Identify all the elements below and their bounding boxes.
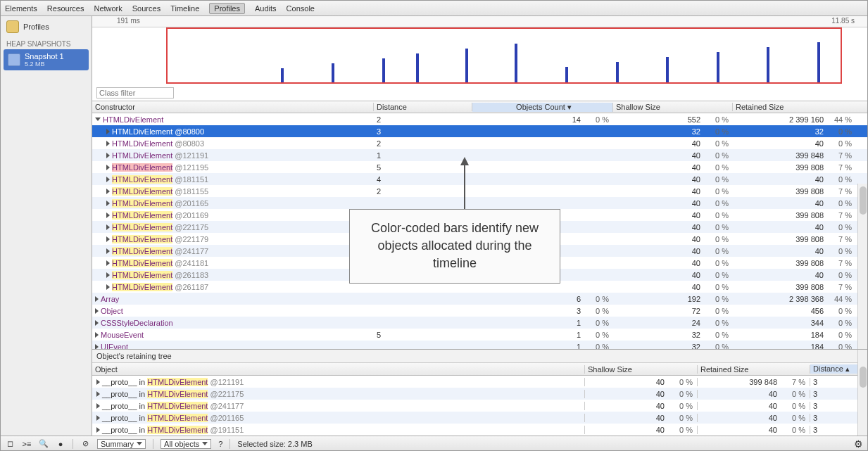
allocation-bar[interactable] (616, 62, 619, 82)
expand-icon[interactable] (106, 224, 110, 230)
tab-console[interactable]: Console (287, 4, 315, 13)
expand-icon[interactable] (106, 165, 110, 170)
allocation-bar[interactable] (465, 49, 468, 82)
snapshot-item[interactable]: Snapshot 1 5.2 MB (4, 49, 89, 70)
expand-icon[interactable] (106, 129, 110, 134)
tab-sources[interactable]: Sources (132, 4, 161, 13)
tab-timeline[interactable]: Timeline (170, 4, 199, 13)
tab-elements[interactable]: Elements (5, 4, 37, 13)
retain-name: HTMLDivElement (147, 414, 208, 422)
retain-row[interactable]: __proto__ in HTMLDivElement @191151400 %… (92, 424, 867, 436)
grid-header[interactable]: Constructor Distance Objects Count ▾ Sha… (92, 101, 867, 113)
object-row[interactable]: Array 60 %1920 %2 398 36844 % (92, 293, 867, 305)
retain-scrollbar[interactable] (857, 350, 867, 436)
object-row[interactable]: CSSStyleDeclaration 10 %240 %3440 % (92, 317, 867, 329)
cell-shallow: 552 (613, 115, 705, 124)
dock-icon[interactable]: ◻ (5, 439, 15, 449)
cell-retained: 40 (733, 271, 828, 279)
expand-icon[interactable] (106, 272, 110, 278)
retain-row[interactable]: __proto__ in HTMLDivElement @241177400 %… (92, 400, 867, 412)
object-row[interactable]: HTMLDivElement @201165400 %400 % (92, 197, 867, 209)
tab-audits[interactable]: Audits (255, 4, 277, 13)
col-header-retained[interactable]: Retained Size (733, 103, 867, 111)
col-header-constructor[interactable]: Constructor (92, 103, 374, 111)
allocation-bar[interactable] (565, 67, 568, 82)
expand-icon[interactable] (106, 236, 110, 242)
allocation-bar[interactable] (382, 58, 385, 82)
retain-header[interactable]: Object Shallow Size Retained Size Distan… (92, 363, 867, 376)
expand-icon[interactable] (96, 391, 100, 397)
expand-icon[interactable] (106, 189, 110, 194)
expand-icon[interactable] (106, 260, 110, 266)
console-icon[interactable]: >≡ (22, 439, 32, 449)
object-row[interactable]: UIEvent 10 %320 %1840 % (92, 341, 867, 349)
object-row[interactable]: Object 30 %720 %4560 % (92, 305, 867, 317)
expand-icon[interactable] (95, 344, 99, 350)
retain-col-shallow[interactable]: Shallow Size (585, 365, 698, 374)
cell-obj-count: 3 (472, 307, 585, 315)
record-icon[interactable]: ● (56, 439, 65, 449)
expand-icon[interactable] (95, 296, 99, 302)
allocation-bar[interactable] (515, 44, 517, 82)
allocation-bar[interactable] (666, 57, 669, 82)
settings-icon[interactable]: ⚙ (854, 438, 863, 450)
cell-distance: 5 (374, 163, 472, 172)
help-icon[interactable]: ? (218, 440, 222, 448)
selected-size-label: Selected size: 2.3 MB (237, 440, 312, 448)
constructor-name: HTMLDivElement (112, 175, 172, 184)
expand-icon[interactable] (106, 177, 110, 182)
view-select[interactable]: Summary (97, 439, 146, 449)
col-header-objects-count[interactable]: Objects Count ▾ (472, 103, 613, 112)
object-row[interactable]: HTMLDivElement @1211911400 %399 8487 % (92, 149, 867, 161)
expand-icon[interactable] (106, 284, 110, 290)
allocation-timeline[interactable] (92, 27, 867, 85)
search-icon[interactable]: 🔍 (39, 439, 49, 449)
class-filter-input[interactable] (96, 87, 174, 99)
allocation-bar[interactable] (281, 68, 284, 82)
retain-address: @191151 (210, 426, 244, 434)
expand-icon[interactable] (96, 403, 100, 409)
retain-row[interactable]: __proto__ in HTMLDivElement @201165400 %… (92, 412, 867, 424)
tab-profiles[interactable]: Profiles (209, 3, 245, 14)
retain-col-object[interactable]: Object (92, 365, 585, 374)
retain-col-retained[interactable]: Retained Size (698, 365, 810, 374)
constructor-name: HTMLDivElement (112, 271, 172, 279)
object-row[interactable]: HTMLDivElement 2140 %5520 %2 399 16044 % (92, 113, 867, 125)
expand-icon[interactable] (96, 427, 100, 433)
allocation-bar[interactable] (416, 53, 419, 82)
object-row[interactable]: HTMLDivElement @1211955400 %399 8087 % (92, 161, 867, 173)
allocation-bar[interactable] (332, 63, 334, 82)
cell-shallow: 32 (613, 343, 705, 350)
expand-icon[interactable] (95, 117, 101, 121)
expand-icon[interactable] (106, 141, 110, 146)
col-header-shallow[interactable]: Shallow Size (613, 103, 733, 111)
expand-icon[interactable] (95, 308, 99, 314)
object-row[interactable]: HTMLDivElement @1811552400 %399 8087 % (92, 185, 867, 197)
allocation-bar[interactable] (817, 42, 820, 82)
col-header-distance[interactable]: Distance (374, 103, 472, 111)
expand-icon[interactable] (106, 201, 110, 206)
cell-shallow-pct: 0 % (705, 283, 733, 291)
expand-icon[interactable] (106, 153, 110, 158)
expand-icon[interactable] (106, 248, 110, 254)
expand-icon[interactable] (96, 415, 100, 421)
retain-row[interactable]: __proto__ in HTMLDivElement @221175400 %… (92, 388, 867, 400)
scrollbar-vertical[interactable] (857, 184, 867, 349)
selection-box[interactable] (166, 27, 842, 84)
object-row[interactable]: HTMLDivElement @808003320 %320 % (92, 125, 867, 137)
expand-icon[interactable] (96, 379, 100, 385)
cell-retained: 184 (733, 331, 828, 339)
tab-network[interactable]: Network (94, 4, 122, 13)
object-row[interactable]: HTMLDivElement @808032400 %400 % (92, 137, 867, 149)
expand-icon[interactable] (95, 332, 99, 338)
tab-resources[interactable]: Resources (47, 4, 84, 13)
allocation-bar[interactable] (767, 47, 769, 82)
object-row[interactable]: MouseEvent 510 %320 %1840 % (92, 329, 867, 341)
scope-select[interactable]: All objects (161, 439, 211, 449)
object-row[interactable]: HTMLDivElement @1811514400 %400 % (92, 173, 867, 185)
allocation-bar[interactable] (717, 52, 719, 82)
expand-icon[interactable] (106, 212, 110, 218)
clear-icon[interactable]: ⊘ (80, 439, 90, 449)
retain-row[interactable]: __proto__ in HTMLDivElement @121191400 %… (92, 376, 867, 388)
expand-icon[interactable] (95, 320, 99, 326)
